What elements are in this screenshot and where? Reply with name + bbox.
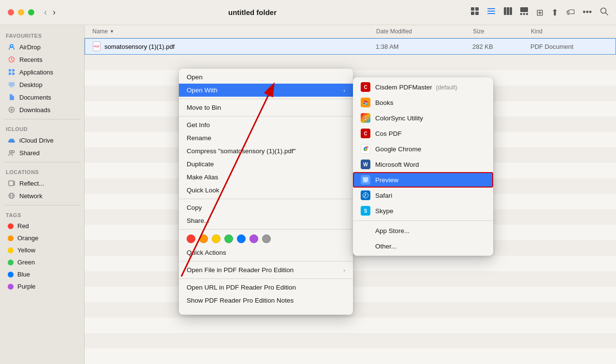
tag-green-label: Green: [17, 259, 35, 266]
tags-label: Tags: [0, 208, 84, 220]
cm-open-with[interactable]: Open With ›: [179, 84, 353, 97]
cm-rename[interactable]: Rename: [179, 131, 353, 145]
svg-rect-19: [12, 69, 15, 72]
sm-safari[interactable]: Safari: [353, 188, 493, 203]
file-kind-cell: PDF Document: [530, 43, 608, 50]
sidebar: Favourites AirDrop Recents Applications …: [0, 25, 85, 364]
svg-line-15: [605, 13, 608, 15]
sidebar-item-tag-purple[interactable]: Purple: [2, 280, 82, 292]
sidebar-item-shared[interactable]: Shared: [2, 146, 82, 159]
cm-tags-row: [179, 232, 353, 246]
view-list-icon[interactable]: [487, 7, 496, 18]
cm-quick-look[interactable]: Quick Look: [179, 184, 353, 197]
svg-rect-24: [10, 87, 14, 87]
view-grid-icon[interactable]: [470, 7, 479, 18]
svg-rect-2: [471, 12, 474, 15]
cm-show-pdf-notes[interactable]: [179, 307, 353, 313]
chevron-right-icon: ›: [343, 87, 345, 93]
table-row[interactable]: [85, 349, 616, 364]
col-name[interactable]: Name ▼: [92, 28, 376, 35]
cm-tag-yellow[interactable]: [212, 234, 220, 243]
action-icon[interactable]: ⬆: [551, 7, 558, 18]
sm-books[interactable]: 📚 Books: [353, 95, 493, 110]
svg-rect-11: [520, 13, 522, 15]
window-controls: [8, 9, 34, 15]
cospdf-icon: C: [361, 129, 370, 138]
sm-chrome[interactable]: Google Chrome: [353, 141, 493, 157]
tag-blue-dot: [8, 272, 14, 277]
cm-compress[interactable]: Compress "somatosensory (1)(1).pdf": [179, 145, 353, 158]
sm-cospdf[interactable]: C Cos PDF: [353, 126, 493, 141]
cm-open-file-pdf[interactable]: Open URL in PDF Reader Pro Edition: [179, 281, 353, 294]
sidebar-item-downloads[interactable]: Downloads: [2, 103, 82, 116]
sidebar-item-tag-yellow[interactable]: Yellow: [2, 244, 82, 256]
sidebar-item-recents[interactable]: Recents: [2, 53, 82, 66]
sm-skype[interactable]: S Skype: [353, 203, 493, 218]
recents-icon: [8, 56, 15, 63]
cm-make-alias[interactable]: Make Alias: [179, 171, 353, 184]
sidebar-item-tag-orange[interactable]: Orange: [2, 232, 82, 244]
col-size[interactable]: Size: [473, 28, 531, 35]
view-columns-icon[interactable]: [503, 7, 512, 18]
table-row[interactable]: [85, 55, 616, 70]
table-row[interactable]: PDF somatosensory (1)(1).pdf 1:38 AM 282…: [85, 38, 616, 55]
sidebar-divider-2: [4, 162, 80, 162]
airdrop-label: AirDrop: [19, 44, 41, 51]
cm-separator-2: [179, 116, 353, 116]
cm-duplicate[interactable]: Duplicate: [179, 158, 353, 171]
sm-appstore[interactable]: App Store...: [353, 223, 493, 238]
cm-move-to-bin[interactable]: Move to Bin: [179, 101, 353, 114]
svg-rect-6: [487, 13, 495, 14]
svg-rect-8: [507, 7, 509, 15]
cm-tags[interactable]: Quick Actions: [179, 246, 353, 259]
cm-open[interactable]: Open: [179, 71, 353, 84]
close-button[interactable]: [8, 9, 14, 15]
reflect-icon: [8, 179, 15, 187]
sidebar-item-tag-blue[interactable]: Blue: [2, 268, 82, 280]
table-row[interactable]: [85, 318, 616, 333]
cm-tag-blue[interactable]: [237, 234, 246, 243]
tag-icon[interactable]: 🏷: [566, 7, 575, 17]
col-kind[interactable]: Kind: [531, 28, 608, 35]
submenu-open-with: C Cisdem PDFMaster (default) 📚 Books 🎨 C…: [353, 77, 493, 256]
cm-quick-actions[interactable]: Open File in PDF Reader Pro Edition ›: [179, 263, 353, 277]
sm-cisdem[interactable]: C Cisdem PDFMaster (default): [353, 79, 493, 95]
sidebar-item-network[interactable]: Network: [2, 189, 82, 202]
sidebar-item-tag-green[interactable]: Green: [2, 256, 82, 268]
cm-tag-gray[interactable]: [262, 234, 271, 243]
sidebar-item-tag-red[interactable]: Red: [2, 220, 82, 232]
sidebar-divider-1: [4, 119, 80, 119]
search-icon[interactable]: [600, 7, 608, 18]
minimize-button[interactable]: [18, 9, 24, 15]
icloud-drive-label: iCloud Drive: [19, 137, 54, 144]
table-row[interactable]: [85, 333, 616, 349]
sidebar-item-applications[interactable]: Applications: [2, 66, 82, 78]
more-icon[interactable]: •••: [583, 7, 592, 17]
cm-share[interactable]: Share...: [179, 214, 353, 227]
group-icon[interactable]: ⊞: [536, 7, 543, 18]
view-gallery-icon[interactable]: [520, 7, 528, 18]
cm-copy[interactable]: Copy: [179, 201, 353, 214]
cm-tag-orange[interactable]: [199, 234, 208, 243]
sidebar-item-airdrop[interactable]: AirDrop: [2, 41, 82, 53]
sidebar-item-desktop[interactable]: Desktop: [2, 78, 82, 91]
cm-tag-green[interactable]: [224, 234, 233, 243]
sidebar-item-documents[interactable]: Documents: [2, 91, 82, 103]
tag-yellow-label: Yellow: [17, 247, 35, 254]
sm-word[interactable]: W Microsoft Word: [353, 157, 493, 172]
col-modified[interactable]: Date Modified: [376, 28, 473, 35]
maximize-button[interactable]: [28, 9, 34, 15]
tag-yellow-dot: [8, 248, 14, 253]
cm-get-info[interactable]: Get Info: [179, 118, 353, 131]
sidebar-item-icloud-drive[interactable]: iCloud Drive: [2, 134, 82, 146]
svg-rect-12: [523, 13, 525, 15]
sm-colorsync[interactable]: 🎨 ColorSync Utility: [353, 110, 493, 126]
sidebar-item-reflect[interactable]: Reflect...: [2, 177, 82, 189]
cm-tag-red[interactable]: [187, 234, 195, 243]
back-button[interactable]: ‹: [42, 6, 49, 18]
cm-open-url-pdf[interactable]: Show PDF Reader Pro Edition Notes: [179, 294, 353, 307]
sm-preview[interactable]: Preview: [353, 172, 493, 188]
cm-tag-purple[interactable]: [249, 234, 258, 243]
forward-button[interactable]: ›: [51, 6, 58, 18]
sm-other[interactable]: Other...: [353, 238, 493, 254]
